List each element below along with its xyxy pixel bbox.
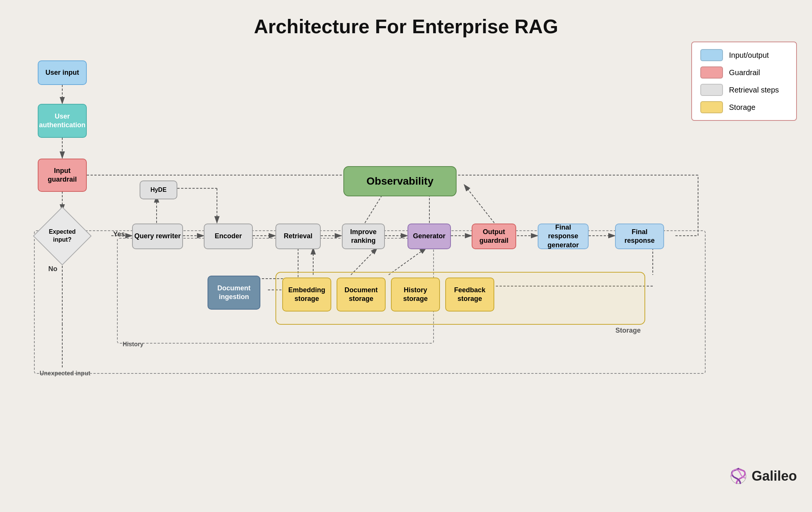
history-label: History <box>123 341 143 348</box>
legend-item-guardrail: Guardrail <box>700 66 788 79</box>
page-title: Architecture For Enterprise RAG <box>0 0 812 45</box>
user-input-node: User input <box>38 60 87 85</box>
input-guardrail-label: Input guardrail <box>48 167 77 184</box>
hyde-node: HyDE <box>140 180 177 199</box>
query-rewriter-label: Query rewriter <box>134 232 181 241</box>
galileo-icon <box>729 467 748 486</box>
input-guardrail-node: Input guardrail <box>38 159 87 192</box>
improve-ranking-node: Improve ranking <box>342 224 385 249</box>
diamond-text: Expected input? <box>38 211 87 261</box>
legend: Input/output Guardrail Retrieval steps S… <box>691 42 797 121</box>
expected-input-diamond: Expected input? <box>38 211 87 261</box>
document-storage-node: Document storage <box>337 278 386 312</box>
final-response-label: Final response <box>624 228 655 245</box>
legend-box-blue <box>700 49 723 61</box>
history-storage-label: History storage <box>403 286 428 304</box>
galileo-logo: Galileo <box>729 467 797 486</box>
feedback-storage-label: Feedback storage <box>454 286 485 304</box>
legend-label-storage: Storage <box>729 103 755 112</box>
legend-item-storage: Storage <box>700 101 788 113</box>
history-storage-node: History storage <box>391 278 440 312</box>
output-guardrail-node: Output guardrail <box>472 224 516 249</box>
svg-line-25 <box>464 185 494 223</box>
storage-label: Storage <box>615 327 641 335</box>
improve-ranking-label: Improve ranking <box>350 228 377 245</box>
observability-node: Observability <box>343 166 457 196</box>
final-response-gen-label: Final response generator <box>547 223 579 250</box>
retrieval-label: Retrieval <box>284 232 312 241</box>
encoder-label: Encoder <box>215 232 242 241</box>
galileo-text: Galileo <box>752 468 797 484</box>
user-auth-node: User authentication <box>38 104 87 138</box>
query-rewriter-node: Query rewriter <box>132 224 183 249</box>
user-input-label: User input <box>45 68 79 77</box>
embedding-storage-node: Embedding storage <box>282 278 331 312</box>
legend-box-yellow <box>700 101 723 113</box>
no-label: No <box>48 265 57 273</box>
legend-label-input: Input/output <box>729 51 769 60</box>
final-response-node: Final response <box>615 224 664 249</box>
legend-box-gray <box>700 84 723 96</box>
hyde-label: HyDE <box>151 186 167 194</box>
legend-item-retrieval: Retrieval steps <box>700 84 788 96</box>
legend-label-guardrail: Guardrail <box>729 68 760 77</box>
final-response-gen-node: Final response generator <box>538 224 589 249</box>
document-ingestion-label: Document ingestion <box>217 284 251 302</box>
legend-label-retrieval: Retrieval steps <box>729 86 779 94</box>
embedding-storage-label: Embedding storage <box>288 286 325 304</box>
document-storage-label: Document storage <box>344 286 378 304</box>
retrieval-node: Retrieval <box>275 224 321 249</box>
encoder-node: Encoder <box>204 224 253 249</box>
unexpected-input-label: Unexpected input <box>40 370 90 377</box>
legend-item-input: Input/output <box>700 49 788 61</box>
generator-node: Generator <box>408 224 451 249</box>
output-guardrail-label: Output guardrail <box>479 228 508 245</box>
legend-box-pink <box>700 66 723 79</box>
document-ingestion-node: Document ingestion <box>208 276 260 310</box>
yes-label: Yes <box>113 230 125 238</box>
observability-label: Observability <box>366 174 433 188</box>
generator-label: Generator <box>413 232 445 241</box>
user-auth-label: User authentication <box>39 112 85 130</box>
feedback-storage-node: Feedback storage <box>445 278 494 312</box>
